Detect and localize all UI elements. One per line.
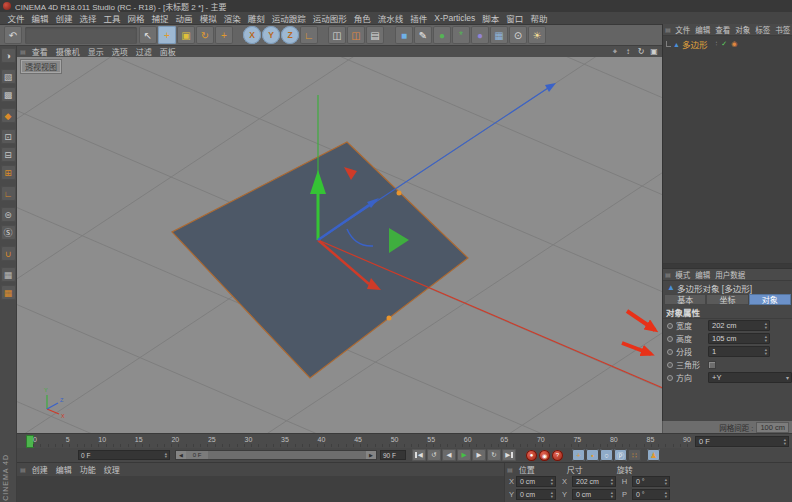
enable-check-icon[interactable]: ✓	[721, 40, 727, 48]
deformer-button[interactable]: *	[452, 26, 470, 44]
field-stepper[interactable]: ▴▾	[611, 491, 613, 498]
material-menu-item[interactable]: 纹理	[100, 464, 124, 475]
character-figure-toggle[interactable]: ♟	[647, 449, 660, 461]
timeline-scrollbar[interactable]: ◀ 0 F ▶	[175, 450, 377, 460]
workplane-snap-icon[interactable]: ▦	[1, 285, 16, 300]
model-mode-icon[interactable]: ▧	[1, 69, 16, 84]
menu-item[interactable]: X-Particles	[431, 13, 479, 23]
goto-start-button[interactable]: ◀	[412, 449, 426, 461]
field-stepper[interactable]: ▴▾	[765, 348, 767, 355]
points-mode-icon[interactable]: ⊡	[1, 129, 16, 144]
edge-handle-dot[interactable]	[387, 316, 392, 321]
tree-expand-bracket[interactable]	[666, 41, 671, 47]
viewport-menu-item[interactable]: 选项	[108, 46, 132, 57]
live-selection-tool[interactable]: ↖	[139, 26, 157, 44]
menu-item[interactable]: 运动图形	[309, 12, 350, 24]
magnet-snap-icon[interactable]: ∪	[1, 246, 16, 261]
pan-view-icon[interactable]: ⌖	[610, 47, 620, 57]
menu-item[interactable]: 渲染	[220, 12, 244, 24]
autokey-button[interactable]: ◉	[539, 450, 550, 461]
object-manager-menu-item[interactable]: 书签	[773, 24, 792, 35]
coordinate-system-toggle[interactable]: ∟	[300, 26, 318, 44]
menu-item[interactable]: 角色	[350, 12, 374, 24]
pos-x-field[interactable]: 0 cm ▴▾	[516, 476, 556, 487]
edge-mode-icon[interactable]: ⊟	[1, 147, 16, 162]
keyframe-dot[interactable]	[667, 336, 673, 342]
field-stepper[interactable]: ▴▾	[784, 438, 786, 445]
width-field[interactable]: 202 cm ▴▾	[708, 320, 770, 331]
object-axis-icon[interactable]: ∟	[1, 186, 16, 201]
undo-button[interactable]: ↶	[4, 26, 22, 44]
current-frame-field[interactable]: 0 F ▴▾	[695, 436, 789, 447]
menu-item[interactable]: 网格	[124, 12, 148, 24]
menu-item[interactable]: 选择	[76, 12, 100, 24]
attribute-menu-item[interactable]: 模式	[673, 269, 693, 280]
viewport-menu-item[interactable]: 摄像机	[52, 46, 84, 57]
material-menu-item[interactable]: 创建	[28, 464, 52, 475]
object-item-polygon[interactable]: ▲ 多边形 ∶ ✓ ◉	[666, 38, 792, 50]
play-preview-button[interactable]: ↺	[427, 449, 441, 461]
rot-h-field[interactable]: 0 ° ▴▾	[632, 476, 670, 487]
play-button[interactable]: ▶	[457, 449, 471, 461]
field-stepper[interactable]: ▴▾	[165, 452, 167, 459]
x-axis-lock[interactable]: X	[243, 26, 261, 44]
key-parameter-toggle[interactable]: Ⓟ	[614, 449, 627, 461]
viewport-menu-item[interactable]: 查看	[28, 46, 52, 57]
axis-handle-dot[interactable]	[397, 191, 402, 196]
object-manager-menu-item[interactable]: 文件	[673, 24, 693, 35]
visibility-toggles[interactable]: ∶	[715, 40, 717, 48]
scrollbar-range-label[interactable]: 0 F	[186, 451, 208, 459]
triangles-checkbox[interactable]	[708, 361, 716, 369]
render-picture-viewer-button[interactable]: ◫	[347, 26, 365, 44]
menu-item[interactable]: 窗口	[503, 12, 527, 24]
viewport[interactable]: ▤ 查看摄像机显示选项过滤面板 ⌖↕↻▣	[17, 46, 662, 433]
move-tool[interactable]: +	[158, 26, 176, 44]
menu-item[interactable]: 创建	[52, 12, 76, 24]
viewport-canvas[interactable]: Y X Z	[17, 57, 662, 433]
field-stepper[interactable]: ▴▾	[765, 322, 767, 329]
viewport-menu-item[interactable]: 显示	[84, 46, 108, 57]
object-manager-menu-item[interactable]: 编辑	[693, 24, 713, 35]
field-stepper[interactable]: ▴▾	[611, 478, 613, 485]
menu-item[interactable]: 捕捉	[148, 12, 172, 24]
pos-y-field[interactable]: 0 cm ▴▾	[516, 489, 556, 500]
rotate-tool[interactable]: ↻	[196, 26, 214, 44]
attribute-menu-item[interactable]: 用户数据	[713, 269, 748, 280]
object-name[interactable]: 多边形	[682, 38, 708, 50]
keyframe-selection-button[interactable]: ?	[552, 450, 563, 461]
object-tree[interactable]: ▲ 多边形 ∶ ✓ ◉	[663, 36, 792, 264]
key-pla-toggle[interactable]: ∷	[628, 449, 641, 461]
object-manager-menu-item[interactable]: 对象	[733, 24, 753, 35]
field-stepper[interactable]: ▴▾	[665, 491, 667, 498]
scale-tool[interactable]: ▣	[177, 26, 195, 44]
floor-button[interactable]: ▦	[490, 26, 508, 44]
timeline-ruler[interactable]: 051015202530354045505560657075808590 0 F…	[17, 433, 792, 448]
primitive-cube-button[interactable]: ■	[395, 26, 413, 44]
workplane-mode-icon[interactable]: ◆	[1, 108, 16, 123]
menu-item[interactable]: 工具	[100, 12, 124, 24]
scrollbar-track[interactable]	[208, 451, 366, 459]
field-stepper[interactable]: ▴▾	[551, 478, 553, 485]
keyframe-dot[interactable]	[667, 362, 673, 368]
rotate-view-icon[interactable]: ↻	[636, 47, 646, 57]
menu-item[interactable]: 帮助	[527, 12, 551, 24]
zoom-view-icon[interactable]: ↕	[623, 47, 633, 57]
menu-item[interactable]: 运动跟踪	[268, 12, 309, 24]
key-rotation-toggle[interactable]: ○	[600, 449, 613, 461]
viewport-menu-item[interactable]: 面板	[156, 46, 180, 57]
scrollbar-right-arrow[interactable]: ▶	[366, 451, 376, 459]
tab-object[interactable]: 对象	[749, 294, 791, 305]
record-keyframe-button[interactable]: ●	[526, 450, 537, 461]
rot-p-field[interactable]: 0 ° ▴▾	[632, 489, 670, 500]
z-axis-lock[interactable]: Z	[281, 26, 299, 44]
render-settings-button[interactable]: ▤	[366, 26, 384, 44]
workplane-grid-icon[interactable]: ▦	[1, 267, 16, 282]
menu-item[interactable]: 流水线	[374, 12, 407, 24]
segments-field[interactable]: 1 ▴▾	[708, 346, 770, 357]
goto-end-button[interactable]: ▶	[502, 449, 516, 461]
tab-basic[interactable]: 基本	[664, 294, 706, 305]
render-view-button[interactable]: ◫	[328, 26, 346, 44]
object-manager-menu-item[interactable]: 标签	[753, 24, 773, 35]
menu-item[interactable]: 雕刻	[244, 12, 268, 24]
menu-item[interactable]: 插件	[407, 12, 431, 24]
